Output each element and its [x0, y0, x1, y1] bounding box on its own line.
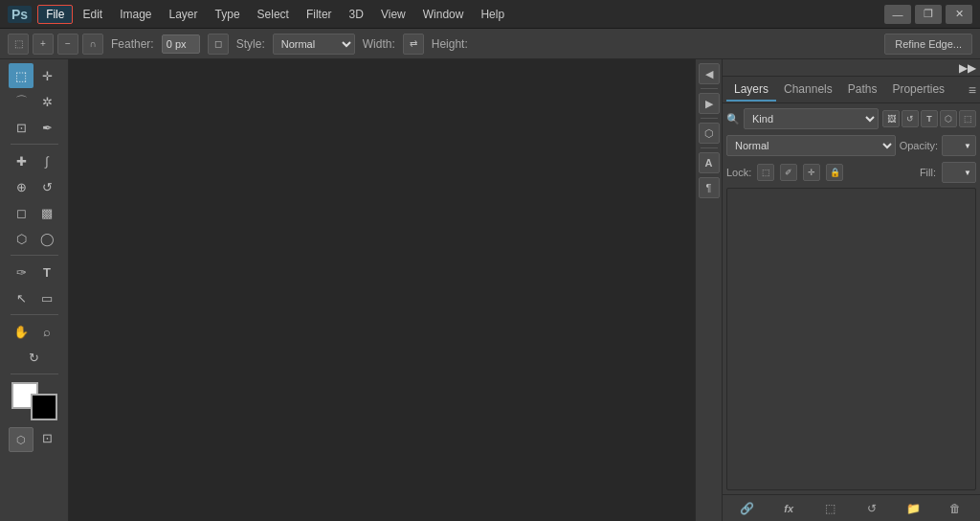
tool-separator-2 — [11, 255, 58, 256]
ps-logo: Ps — [8, 6, 32, 23]
panel-menu-btn[interactable]: ≡ — [969, 82, 976, 98]
style-select[interactable]: Normal Fixed Ratio Fixed Size — [273, 34, 355, 55]
menu-view[interactable]: View — [373, 6, 413, 23]
tab-channels[interactable]: Channels — [776, 79, 840, 102]
lock-transparent-icon[interactable]: ⬚ — [757, 164, 774, 181]
fill-label: Fill: — [920, 167, 936, 178]
tab-paths[interactable]: Paths — [840, 79, 885, 102]
feather-input[interactable] — [162, 34, 200, 54]
magic-wand-tool[interactable]: ✲ — [34, 89, 59, 114]
vstrip-collapse-btn[interactable]: ◀ — [699, 63, 720, 84]
vstrip-char-btn[interactable]: A — [699, 152, 720, 173]
filter-type-icon[interactable]: T — [921, 110, 938, 127]
filter-shape-icon[interactable]: ⬡ — [940, 110, 957, 127]
intersect-selection-btn[interactable]: ∩ — [82, 34, 103, 55]
lock-position-icon[interactable]: ✛ — [803, 164, 820, 181]
marquee-tool[interactable]: ⬚ — [9, 63, 33, 88]
layers-filter-icons: 🖼 ↺ T ⬡ ⬚ — [882, 110, 976, 127]
menu-bar: File Edit Image Layer Type Select Filter… — [37, 5, 884, 24]
tab-properties[interactable]: Properties — [884, 79, 952, 102]
menu-layer[interactable]: Layer — [162, 6, 206, 23]
filter-adjust-icon[interactable]: ↺ — [902, 110, 919, 127]
quick-mask-btn[interactable]: ⬡ — [9, 427, 33, 452]
menu-window[interactable]: Window — [415, 6, 472, 23]
swap-dimensions-btn[interactable]: ⇄ — [403, 34, 424, 55]
title-bar: Ps File Edit Image Layer Type Select Fil… — [0, 0, 980, 29]
filter-search-icon: 🔍 — [726, 113, 740, 125]
panel-collapse-top[interactable]: ▶▶ — [723, 59, 980, 77]
fill-value[interactable]: ▼ — [942, 162, 976, 183]
lock-image-icon[interactable]: ✐ — [780, 164, 797, 181]
add-selection-btn[interactable]: + — [33, 34, 54, 55]
refine-edge-button[interactable]: Refine Edge... — [884, 34, 972, 55]
link-layers-btn[interactable]: 🔗 — [737, 499, 758, 518]
healing-tool[interactable]: ✚ — [9, 148, 33, 173]
canvas-area[interactable] — [69, 59, 695, 521]
background-color[interactable] — [31, 394, 57, 420]
path-selection-tool[interactable]: ↖ — [9, 285, 33, 310]
tool-row-1: ⬚ ✛ — [9, 63, 59, 88]
subtract-selection-btn[interactable]: − — [57, 34, 78, 55]
menu-file[interactable]: File — [37, 5, 73, 24]
maximize-button[interactable]: ❐ — [915, 5, 942, 24]
new-selection-btn[interactable]: ⬚ — [8, 34, 29, 55]
brush-tool[interactable]: ∫ — [34, 148, 59, 173]
eraser-tool[interactable]: ◻ — [9, 200, 33, 225]
layers-content: 🔍 Kind Name Effect Mode 🖼 ↺ T ⬡ ⬚ — [723, 103, 980, 494]
layers-list[interactable] — [726, 188, 976, 490]
panel-tabs: Layers Channels Paths Properties ≡ — [723, 77, 980, 103]
color-swatch-area — [11, 382, 57, 420]
dodge-tool[interactable]: ◯ — [34, 226, 59, 251]
layers-blend-row: Normal Dissolve Multiply Screen Opacity:… — [726, 134, 976, 157]
filter-smart-icon[interactable]: ⬚ — [959, 110, 976, 127]
vstrip-3d-btn[interactable]: ⬡ — [699, 123, 720, 144]
close-button[interactable]: ✕ — [946, 5, 972, 24]
clone-tool[interactable]: ⊕ — [9, 174, 33, 199]
menu-image[interactable]: Image — [112, 6, 159, 23]
opacity-value[interactable]: ▼ — [942, 135, 976, 156]
pen-tool[interactable]: ✑ — [9, 260, 33, 284]
rotate-view-tool[interactable]: ↻ — [22, 345, 47, 370]
tab-layers[interactable]: Layers — [726, 79, 776, 102]
layer-effects-btn[interactable]: fx — [778, 499, 799, 518]
eyedropper-tool[interactable]: ✒ — [34, 115, 59, 140]
delete-layer-btn[interactable]: 🗑 — [945, 499, 966, 518]
type-tool[interactable]: T — [34, 260, 59, 284]
zoom-tool[interactable]: ⌕ — [34, 319, 59, 344]
history-brush-tool[interactable]: ↺ — [34, 174, 59, 199]
blur-tool[interactable]: ⬡ — [9, 226, 33, 251]
anti-alias-btn[interactable]: ◻ — [208, 34, 229, 55]
main-area: ⬚ ✛ ⌒ ✲ ⊡ ✒ ✚ ∫ ⊕ ↺ ◻ ▩ ⬡ ◯ ✑ — [0, 59, 980, 521]
width-label: Width: — [363, 37, 395, 51]
lasso-tool[interactable]: ⌒ — [9, 89, 33, 114]
vstrip-para-btn[interactable]: ¶ — [699, 177, 720, 198]
tool-row-8: ✑ T — [9, 260, 59, 284]
opacity-dropdown-icon: ▼ — [964, 142, 971, 150]
new-adjustment-btn[interactable]: ↺ — [861, 499, 882, 518]
move-tool[interactable]: ✛ — [34, 63, 59, 88]
layers-kind-select[interactable]: Kind Name Effect Mode — [744, 108, 879, 129]
minimize-button[interactable]: — — [884, 5, 911, 24]
tool-row-4: ✚ ∫ — [9, 148, 59, 173]
blend-mode-select[interactable]: Normal Dissolve Multiply Screen — [726, 135, 896, 156]
tool-row-7: ⬡ ◯ — [9, 226, 59, 251]
menu-help[interactable]: Help — [473, 6, 512, 23]
tool-separator-3 — [11, 314, 58, 315]
menu-select[interactable]: Select — [250, 6, 297, 23]
new-group-btn[interactable]: 📁 — [903, 499, 924, 518]
lock-all-icon[interactable]: 🔒 — [826, 164, 843, 181]
add-mask-btn[interactable]: ⬚ — [820, 499, 841, 518]
tool-row-3: ⊡ ✒ — [9, 115, 59, 140]
vstrip-play-btn[interactable]: ▶ — [699, 93, 720, 114]
menu-filter[interactable]: Filter — [299, 6, 340, 23]
menu-3d[interactable]: 3D — [342, 6, 371, 23]
rectangle-tool[interactable]: ▭ — [34, 285, 59, 310]
hand-tool[interactable]: ✋ — [9, 319, 33, 344]
gradient-tool[interactable]: ▩ — [34, 200, 59, 225]
menu-type[interactable]: Type — [208, 6, 248, 23]
crop-tool[interactable]: ⊡ — [9, 115, 33, 140]
filter-pixel-icon[interactable]: 🖼 — [882, 110, 900, 127]
screen-mode-btn[interactable]: ⊡ — [34, 425, 59, 450]
menu-edit[interactable]: Edit — [75, 6, 110, 23]
tool-row-5: ⊕ ↺ — [9, 174, 59, 199]
